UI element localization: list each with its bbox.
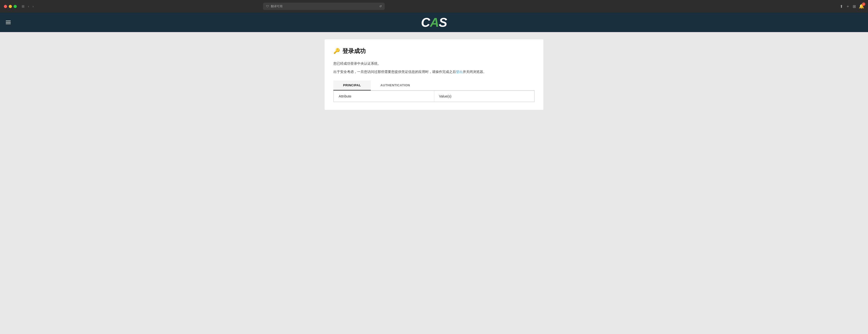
browser-nav-controls: ⊞ ‹ ›: [21, 3, 34, 9]
table-wrapper: Attribute Value(s): [333, 90, 535, 102]
logo-letter-s: S: [439, 15, 447, 29]
security-text: 出于安全考虑，一旦您访问过那些需要您提供凭证信息的应用时，请操作完成之后登出并关…: [333, 69, 535, 74]
tabs-overview-icon[interactable]: ⊞: [853, 4, 856, 9]
security-text-before: 出于安全考虑，一旦您访问过那些需要您提供凭证信息的应用时，请操作完成之后: [333, 70, 456, 74]
attributes-table: Attribute Value(s): [334, 91, 534, 102]
content-card: 🔑 登录成功 您已经成功登录中央认证系统。 出于安全考虑，一旦您访问过那些需要您…: [324, 39, 544, 110]
page-title-text: 登录成功: [342, 47, 366, 55]
traffic-lights: [4, 5, 17, 8]
logo-letter-a: A: [430, 15, 439, 29]
app-header: CAS: [0, 13, 868, 32]
reload-icon[interactable]: ↺: [379, 5, 382, 8]
login-success-icon: 🔑: [333, 48, 340, 54]
tabs-container: PRINCIPAL AUTHENTICATION: [333, 81, 535, 90]
hamburger-menu[interactable]: [6, 21, 11, 24]
logout-link[interactable]: 登出: [456, 70, 463, 74]
description-text: 您已经成功登录中央认证系统。: [333, 61, 535, 66]
share-icon[interactable]: ⬆: [840, 4, 843, 9]
browser-chrome: ⊞ ‹ › 🛡 翻译可用 ↺ ⬆ ＋ ⊞ 🔔 1: [0, 0, 868, 13]
values-column-header: Value(s): [434, 91, 534, 101]
new-tab-icon[interactable]: ＋: [846, 4, 850, 9]
translate-text: 翻译可用: [271, 4, 282, 8]
shield-icon: 🛡: [266, 5, 269, 8]
notification-icon[interactable]: 🔔 1: [859, 4, 864, 9]
minimize-button[interactable]: [9, 5, 12, 8]
main-content: 🔑 登录成功 您已经成功登录中央认证系统。 出于安全考虑，一旦您访问过那些需要您…: [0, 32, 868, 334]
address-bar[interactable]: 🛡 翻译可用 ↺: [263, 3, 385, 10]
logo-letter-c: C: [421, 15, 430, 29]
close-button[interactable]: [4, 5, 7, 8]
cas-logo: CAS: [421, 15, 447, 30]
tab-authentication[interactable]: AUTHENTICATION: [371, 81, 420, 90]
security-text-after: 并关闭浏览器。: [463, 70, 487, 74]
maximize-button[interactable]: [13, 5, 17, 8]
attribute-column-header: Attribute: [334, 91, 434, 101]
browser-toolbar-right: ⬆ ＋ ⊞ 🔔 1: [840, 4, 864, 9]
page-title: 🔑 登录成功: [333, 47, 535, 55]
forward-button[interactable]: ›: [32, 3, 35, 9]
tab-principal[interactable]: PRINCIPAL: [333, 81, 371, 90]
notification-badge: 1: [862, 2, 865, 6]
back-button[interactable]: ‹: [27, 3, 30, 9]
window-layout-button[interactable]: ⊞: [21, 3, 26, 9]
